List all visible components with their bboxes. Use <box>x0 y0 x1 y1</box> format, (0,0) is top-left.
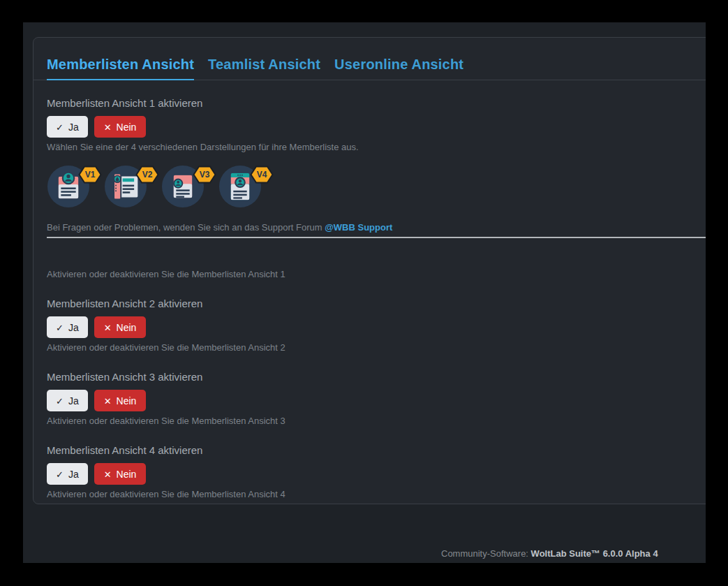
section4-yes-button[interactable]: ✓ Ja <box>47 463 88 485</box>
tab-bar: Memberlisten Ansicht Teamlist Ansicht Us… <box>34 38 706 80</box>
section4-heading: Memberlisten Ansicht 4 aktivieren <box>47 445 697 455</box>
v2-badge: V2 <box>135 166 159 184</box>
section4-no-button[interactable]: ✕ Nein <box>94 463 147 485</box>
check-icon: ✓ <box>56 122 64 133</box>
no-label: Nein <box>117 395 137 406</box>
v3-badge: V3 <box>193 166 216 184</box>
tab-content: Memberlisten Ansicht 1 aktivieren ✓ Ja ✕… <box>34 98 706 499</box>
section1-yes-button[interactable]: ✓ Ja <box>47 116 88 138</box>
tab-memberlisten-ansicht[interactable]: Memberlisten Ansicht <box>47 57 194 80</box>
support-note: Bei Fragen oder Problemen, wenden Sie si… <box>47 223 697 232</box>
section1-heading: Memberlisten Ansicht 1 aktivieren <box>47 98 697 108</box>
variant-2-option[interactable]: V2 <box>104 165 147 208</box>
footer-prefix: Community-Software: <box>441 548 531 559</box>
section2-no-button[interactable]: ✕ Nein <box>94 316 147 338</box>
v1-badge-label: V1 <box>78 166 102 184</box>
yes-label: Ja <box>68 469 79 480</box>
section-divider <box>47 237 706 238</box>
cross-icon: ✕ <box>104 469 112 480</box>
section2-yes-button[interactable]: ✓ Ja <box>47 316 88 338</box>
v4-badge: V4 <box>250 166 274 184</box>
copyright-footer: Community-Software: WoltLab Suite™ 6.0.0… <box>441 548 658 559</box>
woltlab-product-link[interactable]: WoltLab Suite™ 6.0.0 Alpha 4 <box>531 548 658 559</box>
cross-icon: ✕ <box>104 122 112 133</box>
variant-picker: V1 <box>47 165 697 210</box>
check-icon: ✓ <box>56 323 64 333</box>
section1-toggle: ✓ Ja ✕ Nein <box>47 116 697 138</box>
cross-icon: ✕ <box>104 396 112 406</box>
section3-no-button[interactable]: ✕ Nein <box>94 390 147 411</box>
yes-label: Ja <box>68 395 79 406</box>
yes-label: Ja <box>68 122 79 133</box>
section3-toggle: ✓ Ja ✕ Nein <box>47 390 697 411</box>
tab-teamlist-ansicht[interactable]: Teamlist Ansicht <box>208 57 320 80</box>
section1-hint: Wählen Sie eine der 4 verschiedenen Dars… <box>47 142 697 152</box>
section4-toggle: ✓ Ja ✕ Nein <box>47 463 697 485</box>
section2-description: Aktivieren oder deaktivieren Sie die Mem… <box>47 343 697 352</box>
section1-no-button[interactable]: ✕ Nein <box>94 116 147 138</box>
yes-label: Ja <box>68 322 79 333</box>
section3-description: Aktivieren oder deaktivieren Sie die Mem… <box>47 416 697 425</box>
no-label: Nein <box>117 469 137 480</box>
v3-badge-label: V3 <box>193 166 216 184</box>
v1-badge: V1 <box>78 166 102 184</box>
v4-badge-label: V4 <box>250 166 274 184</box>
variant-1-option[interactable]: V1 <box>47 165 90 208</box>
cross-icon: ✕ <box>104 323 112 333</box>
v2-badge-label: V2 <box>135 166 159 184</box>
variant-3-option[interactable]: V3 <box>161 165 205 208</box>
section2-heading: Memberlisten Ansicht 2 aktivieren <box>47 298 697 309</box>
variant-4-option[interactable]: V4 <box>218 165 262 208</box>
check-icon: ✓ <box>56 396 64 406</box>
section3-heading: Memberlisten Ansicht 3 aktivieren <box>47 372 697 382</box>
no-label: Nein <box>117 122 137 133</box>
no-label: Nein <box>117 322 137 333</box>
support-note-text: Bei Fragen oder Problemen, wenden Sie si… <box>47 222 325 233</box>
section1-description: Aktivieren oder deaktivieren Sie die Mem… <box>47 270 697 279</box>
tab-useronline-ansicht[interactable]: Useronline Ansicht <box>334 57 463 80</box>
wbb-support-link[interactable]: @WBB Support <box>325 222 392 233</box>
section2-toggle: ✓ Ja ✕ Nein <box>47 316 697 338</box>
acp-page-panel: Memberlisten Ansicht Teamlist Ansicht Us… <box>23 22 706 563</box>
settings-card: Memberlisten Ansicht Teamlist Ansicht Us… <box>33 37 706 504</box>
section4-description: Aktivieren oder deaktivieren Sie die Mem… <box>47 490 697 499</box>
check-icon: ✓ <box>56 469 64 480</box>
section3-yes-button[interactable]: ✓ Ja <box>47 390 88 411</box>
